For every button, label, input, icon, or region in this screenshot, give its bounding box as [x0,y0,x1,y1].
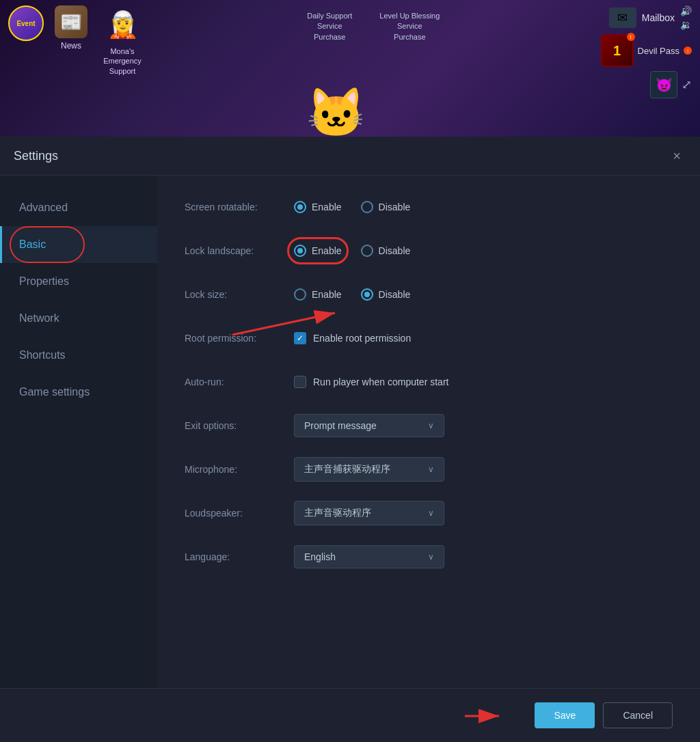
save-button[interactable]: Save [535,702,595,728]
settings-body: Advanced Basic Properties Network Shortc… [0,176,700,688]
volume-controls: 🔊 🔉 [680,5,692,30]
screen-rotatable-controls: Enable Disable [294,201,673,213]
microphone-value: 主声音捕获驱动程序 [304,463,390,476]
lock-landscape-controls: Enable Disable [294,245,673,257]
alert-dot: ! [627,33,635,41]
settings-header: Settings × [0,137,700,176]
cancel-button[interactable]: Cancel [603,702,673,728]
sidebar-item-basic[interactable]: Basic [0,226,157,263]
lock-size-enable-radio[interactable] [294,288,306,301]
screen-rotatable-label: Screen rotatable: [185,202,294,212]
banner-mona[interactable]: 🧝 Mona's Emergency Support [98,5,146,76]
mona-label: Mona's Emergency Support [98,46,146,76]
lock-landscape-enable-dot [297,248,303,253]
lock-size-disable-dot [364,292,370,297]
root-permission-checkbox[interactable]: ✓ Enable root permission [294,332,411,344]
devil-pass[interactable]: 1 ! Devil Pass ! [601,34,692,67]
lock-landscape-enable-radio[interactable] [294,245,306,257]
bottom-actions: Save Cancel [0,688,700,742]
sidebar-properties-label: Properties [19,275,69,287]
loudspeaker-value: 主声音驱动程序 [304,507,371,519]
root-permission-row: Root permission: ✓ Enable root permissio… [185,326,673,351]
settings-title: Settings [14,149,58,163]
devil-pass-label: Devil Pass [638,46,679,56]
screen-rotatable-disable-radio[interactable] [361,201,373,213]
demon-icon[interactable]: 👿 [650,71,677,98]
loudspeaker-dropdown[interactable]: 主声音驱动程序 ∨ [294,501,444,525]
auto-run-label: Auto-run: [185,376,294,387]
screen-rotatable-disable[interactable]: Disable [361,201,411,213]
mailbox-label: Mailbox [642,12,675,23]
microphone-controls: 主声音捕获驱动程序 ∨ [294,457,673,482]
exit-options-controls: Prompt message ∨ [294,414,673,437]
mail-icon[interactable]: ✉ [609,8,636,28]
auto-run-option-label: Run player when computer start [313,376,448,387]
mona-icon: 🧝 [103,5,142,44]
banner-event[interactable]: Event [8,5,44,41]
sidebar-item-network[interactable]: Network [0,300,157,337]
microphone-dropdown[interactable]: 主声音捕获驱动程序 ∨ [294,457,444,482]
screen-rotatable-row: Screen rotatable: Enable Disable [185,195,673,219]
exit-options-label: Exit options: [185,420,294,431]
language-label: Language: [185,551,294,562]
lock-size-disable-radio[interactable] [361,288,373,301]
sidebar-item-shortcuts[interactable]: Shortcuts [0,337,157,374]
lock-landscape-enable[interactable]: Enable [294,245,342,257]
screen-rotatable-disable-label: Disable [379,202,411,212]
loudspeaker-label: Loudspeaker: [185,508,294,519]
exit-options-value: Prompt message [304,420,377,431]
sidebar-item-advanced[interactable]: Advanced [0,189,157,226]
devil-pass-alert: ! [684,46,692,55]
content-area: Screen rotatable: Enable Disable [157,176,700,688]
lock-landscape-enable-label: Enable [312,245,342,256]
auto-run-row: Auto-run: Run player when computer start [185,370,673,394]
loudspeaker-controls: 主声音驱动程序 ∨ [294,501,673,525]
screen-rotatable-enable-dot [297,204,303,210]
expand-icon[interactable]: ⤢ [682,77,692,92]
language-value: English [304,551,336,562]
game-banner: Event 📰 News 🧝 Mona's Emergency Support … [0,0,700,137]
lock-landscape-disable-radio[interactable] [361,245,373,257]
daily-support[interactable]: Daily SupportServicePurchase [307,11,352,42]
lock-landscape-label: Lock landscape: [185,245,294,256]
lock-size-enable-label: Enable [312,289,342,300]
sidebar-item-game-settings[interactable]: Game settings [0,374,157,411]
lock-landscape-disable-label: Disable [379,245,411,256]
lock-size-label: Lock size: [185,289,294,300]
banner-news[interactable]: 📰 News [55,5,88,51]
banner-right: ✉ Mailbox 🔊 🔉 1 ! Devil Pass ! 👿 ⤢ [601,5,692,98]
lock-size-enable[interactable]: Enable [294,288,342,301]
lock-size-disable[interactable]: Disable [361,288,411,301]
level-up-blessing[interactable]: Level Up BlessingServicePurchase [379,11,440,42]
screen-rotatable-enable-radio[interactable] [294,201,306,213]
mailbox-button[interactable]: Mailbox [642,12,675,23]
close-button[interactable]: × [667,146,686,165]
sidebar: Advanced Basic Properties Network Shortc… [0,176,157,688]
screen-rotatable-enable-label: Enable [312,202,342,212]
root-permission-label: Root permission: [185,333,294,344]
volume-down-icon[interactable]: 🔉 [680,19,692,30]
language-arrow: ∨ [428,552,434,562]
sidebar-item-properties[interactable]: Properties [0,263,157,300]
exit-options-dropdown[interactable]: Prompt message ∨ [294,414,444,437]
sidebar-shortcuts-label: Shortcuts [19,349,66,361]
language-controls: English ∨ [294,545,673,568]
sidebar-advanced-label: Advanced [19,202,68,213]
lock-size-controls: Enable Disable [294,288,673,301]
root-permission-box[interactable]: ✓ [294,332,306,344]
auto-run-checkbox[interactable]: Run player when computer start [294,376,448,388]
exit-options-arrow: ∨ [428,421,434,430]
language-row: Language: English ∨ [185,545,673,569]
character-art: 🐱 [306,89,366,137]
volume-up-icon[interactable]: 🔊 [680,5,692,16]
exit-options-row: Exit options: Prompt message ∨ [185,413,673,438]
language-dropdown[interactable]: English ∨ [294,545,444,568]
event-icon: Event [8,5,44,41]
banner-top-right: ✉ Mailbox 🔊 🔉 [609,5,692,30]
screen-rotatable-enable[interactable]: Enable [294,201,342,213]
microphone-arrow: ∨ [428,465,434,474]
devil-pass-badge: 1 ! [601,34,634,67]
auto-run-box[interactable] [294,376,306,388]
lock-landscape-disable[interactable]: Disable [361,245,411,257]
loudspeaker-arrow: ∨ [428,508,434,518]
